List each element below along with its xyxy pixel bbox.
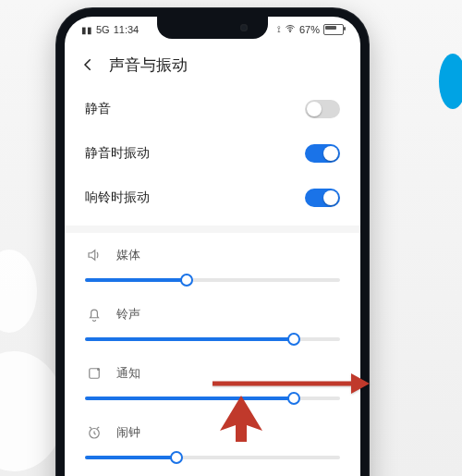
ringtone-label: 铃声	[116, 306, 140, 323]
signal-icon: ▮▮	[81, 25, 92, 35]
svg-point-0	[289, 31, 290, 32]
network-type: 5G	[96, 24, 110, 35]
vibrate-silent-label: 静音时振动	[85, 145, 150, 162]
phone-screen: ▮▮ 5G 11:34 ⟟ 67%	[65, 17, 360, 476]
decorative-blob	[439, 54, 462, 109]
battery-icon	[323, 24, 344, 35]
silent-label: 静音	[85, 101, 111, 117]
alarm-slider[interactable]	[85, 449, 340, 466]
section-divider	[65, 226, 360, 233]
ringtone-slider[interactable]	[85, 331, 340, 348]
row-vibrate-silent: 静音时振动	[85, 131, 340, 176]
svg-point-2	[97, 368, 100, 371]
alarm-icon	[85, 423, 103, 442]
wifi-icon	[285, 23, 296, 36]
bell-icon	[85, 305, 103, 323]
vibrate-ring-toggle[interactable]	[305, 189, 340, 207]
alarm-label: 闹钟	[116, 424, 140, 441]
media-slider[interactable]	[85, 272, 340, 288]
page-title: 声音与振动	[109, 55, 188, 76]
media-label: 媒体	[116, 247, 140, 263]
silent-toggle[interactable]	[305, 100, 340, 118]
phone-notch	[157, 17, 268, 39]
vibrate-ring-label: 响铃时振动	[85, 189, 150, 206]
decorative-blob	[0, 250, 37, 333]
slider-media-block: 媒体	[65, 237, 360, 296]
location-icon: ⟟	[277, 24, 281, 35]
slider-alarm-block: 闹钟	[65, 414, 360, 473]
row-silent: 静音	[85, 87, 340, 131]
slider-ringtone-block: 铃声	[65, 296, 360, 355]
back-button[interactable]	[78, 55, 98, 75]
row-vibrate-ring: 响铃时振动	[85, 176, 340, 220]
vibrate-silent-toggle[interactable]	[305, 144, 340, 163]
notification-slider[interactable]	[85, 390, 340, 407]
slider-notification-block: 通知	[65, 355, 360, 414]
phone-frame: ▮▮ 5G 11:34 ⟟ 67%	[55, 7, 370, 476]
status-time: 11:34	[114, 24, 140, 35]
notification-icon	[85, 364, 103, 383]
battery-percent: 67%	[299, 24, 320, 35]
notification-label: 通知	[116, 365, 140, 382]
speaker-icon	[85, 246, 103, 264]
